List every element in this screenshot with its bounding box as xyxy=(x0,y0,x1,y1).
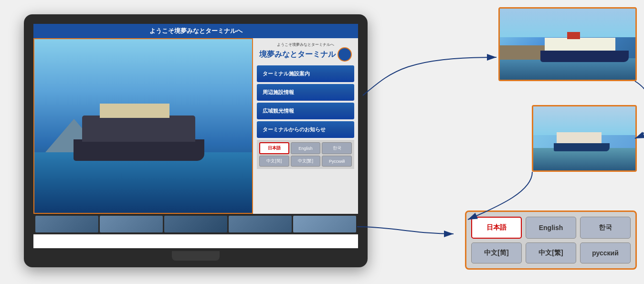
site-body: ようこそ境夢みなとターミナルへ 境夢みなとターミナル ターミナル施設案内 周辺施… xyxy=(33,38,358,214)
nav-button-4[interactable]: ターミナルからのお知らせ xyxy=(257,121,354,138)
main-image-area xyxy=(33,38,253,214)
thumb-1 xyxy=(35,216,98,232)
site-sidebar: ようこそ境夢みなとターミナルへ 境夢みなとターミナル ターミナル施設案内 周辺施… xyxy=(253,38,358,214)
sidebar-logo xyxy=(338,47,352,62)
ship-superstructure xyxy=(100,104,169,118)
sidebar-subtitle: ようこそ境夢みなとターミナルへ xyxy=(257,42,354,47)
lang-btn-ru-small[interactable]: Русский xyxy=(322,156,352,167)
ship-photo-large xyxy=(500,9,635,80)
lang-btn-jp[interactable]: 日本語 xyxy=(471,217,522,239)
ship-body xyxy=(74,139,204,161)
ship-mid-scene xyxy=(533,106,635,170)
site-header: ようこそ境夢みなとターミナルへ xyxy=(33,24,358,38)
lang-btn-jp-small[interactable]: 日本語 xyxy=(259,142,289,154)
photo-top-right xyxy=(498,7,637,81)
monitor-screen: ようこそ境夢みなとターミナルへ xyxy=(33,24,358,248)
thumb-strip xyxy=(33,214,358,234)
sidebar-brand-text: 境夢みなとターミナル xyxy=(259,50,336,60)
lang-btn-en[interactable]: English xyxy=(526,217,576,239)
lang-panel: 日本語 English 한국 中文[简] 中文[繁] русский xyxy=(465,210,637,270)
thumb-4 xyxy=(229,216,292,232)
nav-button-1[interactable]: ターミナル施設案内 xyxy=(257,65,354,82)
nav-button-3[interactable]: 広域観光情報 xyxy=(257,103,354,119)
ship-mid-upper xyxy=(557,132,602,145)
lang-btn-zhs[interactable]: 中文[简] xyxy=(471,242,522,263)
lang-btn-ru[interactable]: русский xyxy=(580,242,631,263)
ship-large-body xyxy=(540,33,629,62)
ship-mid-body xyxy=(554,129,610,151)
water xyxy=(34,152,252,213)
lang-area-small: 日本語 English 한국 中文[简] 中文[繁] Русский xyxy=(257,140,354,169)
ship-large-funnel xyxy=(567,32,581,39)
ship-mid-sea xyxy=(533,148,635,170)
thumb-2 xyxy=(100,216,163,232)
monitor-stand xyxy=(172,251,220,261)
thumb-3 xyxy=(164,216,227,232)
nav-button-2[interactable]: 周辺施設情報 xyxy=(257,84,354,101)
lang-btn-kr-small[interactable]: 한국 xyxy=(322,142,352,154)
ship-mid-hull xyxy=(554,143,610,151)
lang-btn-kr[interactable]: 한국 xyxy=(580,217,631,239)
lang-btn-zhs-small[interactable]: 中文[简] xyxy=(259,156,289,167)
lang-btn-zht-small[interactable]: 中文[繁] xyxy=(291,156,321,167)
ship-large-upper xyxy=(545,38,615,52)
photo-mid-right xyxy=(532,105,637,172)
lang-btn-en-small[interactable]: English xyxy=(291,142,321,154)
thumb-5 xyxy=(293,216,356,232)
sidebar-logo-area: ようこそ境夢みなとターミナルへ 境夢みなとターミナル xyxy=(257,42,354,62)
monitor: ようこそ境夢みなとターミナルへ xyxy=(24,14,368,267)
ship-hull xyxy=(82,116,195,142)
ship-large-hull xyxy=(540,51,629,62)
lang-btn-zht[interactable]: 中文[繁] xyxy=(526,242,576,263)
ship-silhouette xyxy=(56,104,231,161)
